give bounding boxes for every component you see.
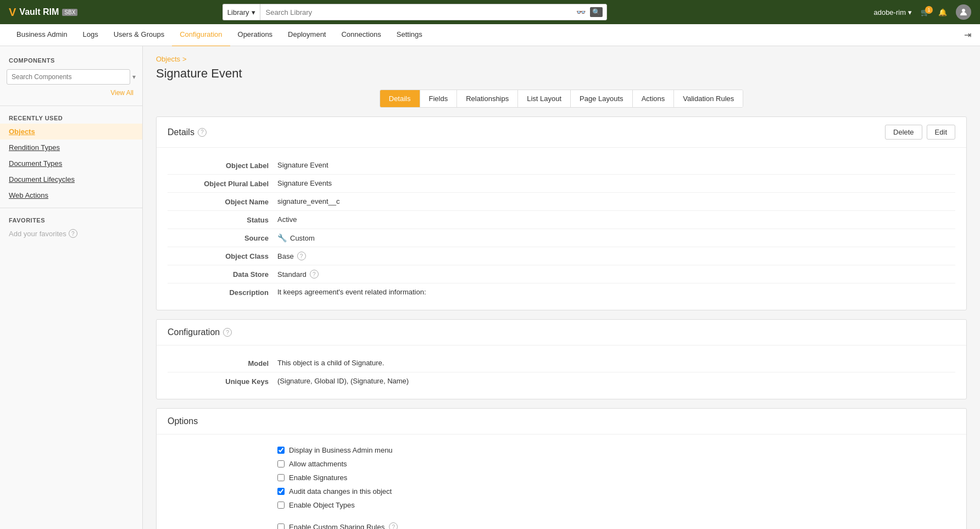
configuration-fields: Model This object is a child of Signatur…	[157, 346, 966, 399]
delete-button[interactable]: Delete	[885, 125, 922, 140]
nav-deployment[interactable]: Deployment	[280, 24, 333, 47]
field-label-object-label: Object Label	[168, 161, 277, 170]
sidebar-item-document-lifecycles[interactable]: Document Lifecycles	[0, 171, 142, 187]
top-right-nav: adobe-rim ▾ 🛒 1 🔔	[873, 4, 971, 20]
checkbox-custom-sharing: Enable Custom Sharing Rules ?	[277, 520, 402, 529]
field-row-object-label: Object Label Signature Event	[168, 157, 955, 175]
checkbox-display-admin-input[interactable]	[277, 447, 285, 454]
components-title: COMPONENTS	[0, 53, 142, 66]
svg-point-0	[962, 9, 965, 12]
sidebar-item-objects[interactable]: Objects	[0, 124, 142, 140]
field-row-status: Status Active	[168, 211, 955, 229]
field-label-status: Status	[168, 215, 277, 224]
field-label-unique-keys: Unique Keys	[168, 377, 277, 386]
sidebar-item-document-types[interactable]: Document Types	[0, 155, 142, 171]
page-title: Signature Event	[156, 66, 967, 81]
checkbox-audit-data-label: Audit data changes in this object	[289, 487, 392, 495]
nav-operations[interactable]: Operations	[230, 24, 281, 47]
tab-validation-rules[interactable]: Validation Rules	[674, 90, 743, 107]
checkbox-custom-sharing-label: Enable Custom Sharing Rules	[289, 523, 385, 530]
sidebar-item-rendition-types[interactable]: Rendition Types	[0, 140, 142, 155]
view-all-link[interactable]: View All	[0, 88, 142, 101]
favorites-title: FAVORITES	[0, 213, 142, 226]
logo-text: Vault RIM	[19, 7, 59, 17]
add-favorites-text: Add your favorites	[9, 230, 66, 238]
tab-details[interactable]: Details	[380, 90, 420, 107]
tab-fields[interactable]: Fields	[420, 90, 458, 107]
chevron-down-icon: ▾	[252, 8, 255, 16]
tab-actions[interactable]: Actions	[633, 90, 675, 107]
cart-button[interactable]: 🛒 1	[921, 8, 929, 16]
field-value-source: 🔧 Custom	[277, 233, 955, 242]
details-card-title: Details	[168, 127, 194, 137]
custom-source-icon: 🔧	[277, 233, 287, 242]
tab-list-layout[interactable]: List Layout	[518, 90, 571, 107]
options-checkboxes: Display in Business Admin menu Allow att…	[277, 443, 955, 512]
main-nav: Business Admin Logs Users & Groups Confi…	[0, 24, 980, 46]
search-input[interactable]	[260, 4, 607, 20]
checkbox-enable-object-types-label: Enable Object Types	[289, 501, 355, 509]
nav-logs[interactable]: Logs	[75, 24, 106, 47]
field-value-object-name: signature_event__c	[277, 197, 955, 205]
field-label-model: Model	[168, 359, 277, 367]
field-label-object-class: Object Class	[168, 252, 277, 260]
field-row-object-class: Object Class Base ?	[168, 247, 955, 265]
nav-settings[interactable]: Settings	[389, 24, 430, 47]
options-section: Display in Business Admin menu Allow att…	[157, 435, 966, 529]
recently-used-title: RECENTLY USED	[0, 110, 142, 124]
details-help-icon[interactable]: ?	[198, 128, 207, 137]
field-value-status: Active	[277, 215, 955, 224]
search-components-input[interactable]	[7, 69, 130, 85]
field-row-plural-label: Object Plural Label Signature Events	[168, 175, 955, 193]
object-class-help-icon[interactable]: ?	[297, 252, 306, 260]
search-icons: 👓 🔍	[576, 7, 603, 17]
card-header-left: Details ?	[168, 127, 207, 137]
nav-configuration[interactable]: Configuration	[172, 24, 230, 47]
configuration-help-icon[interactable]: ?	[223, 328, 232, 337]
checkbox-enable-signatures-label: Enable Signatures	[289, 474, 347, 482]
checkbox-custom-sharing-input[interactable]	[277, 524, 285, 530]
checkbox-allow-attachments-input[interactable]	[277, 460, 285, 467]
field-value-description: It keeps agreement's event related infor…	[277, 288, 955, 296]
sidebar-divider-2	[0, 208, 142, 208]
field-value-object-class: Base ?	[277, 252, 955, 260]
checkbox-audit-data: Audit data changes in this object	[277, 485, 955, 498]
favorites-help-icon[interactable]: ?	[69, 229, 77, 238]
checkbox-audit-data-input[interactable]	[277, 488, 285, 495]
search-components-wrapper: ▾	[0, 66, 142, 88]
search-type-label: Library	[227, 8, 249, 16]
breadcrumb-objects-link[interactable]: Objects	[156, 55, 180, 63]
edit-button[interactable]: Edit	[927, 125, 955, 140]
custom-sharing-help-icon[interactable]: ?	[389, 522, 398, 529]
avatar[interactable]	[956, 4, 971, 20]
user-name[interactable]: adobe-rim ▾	[873, 8, 912, 16]
checkbox-enable-signatures-input[interactable]	[277, 474, 285, 481]
top-bar: V Vault RIM SBX Library ▾ 👓 🔍 adobe-rim …	[0, 0, 980, 24]
checkbox-enable-object-types-input[interactable]	[277, 502, 285, 509]
field-label-description: Description	[168, 288, 277, 297]
card-actions: Delete Edit	[885, 125, 955, 140]
field-value-plural-label: Signature Events	[277, 179, 955, 187]
nav-business-admin[interactable]: Business Admin	[9, 24, 75, 47]
notifications-button[interactable]: 🔔	[938, 8, 947, 16]
options-header-left: Options	[168, 416, 198, 426]
configuration-card: Configuration ? Model This object is a c…	[156, 319, 967, 399]
data-store-help-icon[interactable]: ?	[310, 270, 319, 279]
field-row-data-store: Data Store Standard ?	[168, 265, 955, 283]
tab-relationships[interactable]: Relationships	[457, 90, 518, 107]
search-type-select[interactable]: Library ▾	[222, 4, 260, 20]
nav-connections[interactable]: Connections	[333, 24, 388, 47]
checkbox-enable-signatures: Enable Signatures	[277, 471, 955, 485]
config-header-left: Configuration ?	[168, 327, 232, 337]
sidebar-item-web-actions[interactable]: Web Actions	[0, 187, 142, 203]
glasses-icon[interactable]: 👓	[576, 8, 586, 16]
checkbox-display-admin-label: Display in Business Admin menu	[289, 446, 393, 454]
field-label-data-store: Data Store	[168, 270, 277, 279]
collapse-nav-button[interactable]: ⇥	[964, 30, 971, 40]
components-caret-icon[interactable]: ▾	[132, 73, 136, 81]
nav-users-groups[interactable]: Users & Groups	[106, 24, 172, 47]
search-icon[interactable]: 🔍	[590, 7, 603, 17]
tab-page-layouts[interactable]: Page Layouts	[571, 90, 633, 107]
details-fields: Object Label Signature Event Object Plur…	[157, 148, 966, 310]
env-badge: SBX	[62, 9, 77, 16]
